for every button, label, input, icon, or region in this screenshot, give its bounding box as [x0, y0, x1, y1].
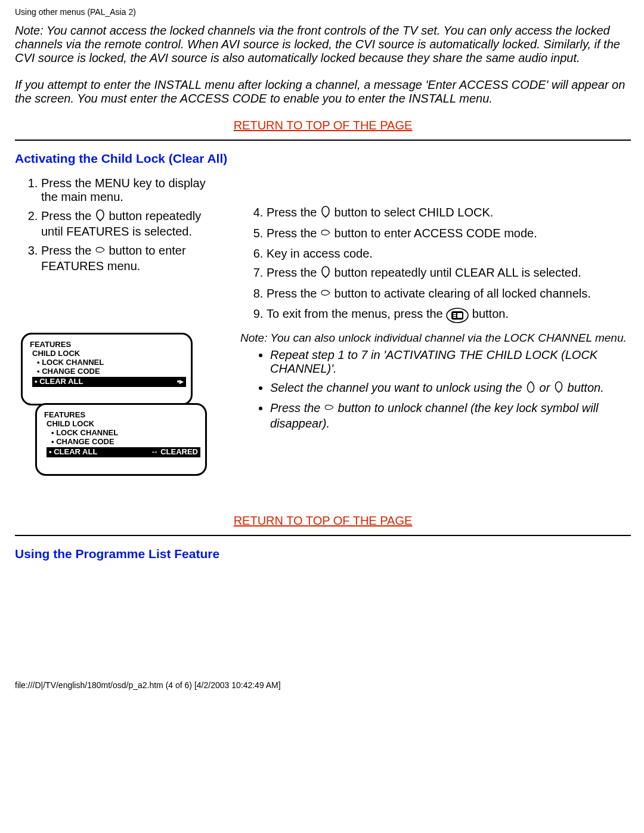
footer-path: file:///D|/TV/english/180mt/osd/p_a2.htm… — [15, 680, 631, 690]
bullet-3: Press the button to unlock channel (the … — [270, 401, 631, 430]
return-top-link-1[interactable]: RETURN TO TOP OF THE PAGE — [15, 119, 631, 132]
step-7: Press the button repeatedly until CLEAR … — [267, 265, 631, 281]
step-6: Key in access code. — [267, 247, 631, 261]
note-install-menu: If you attempt to enter the INSTALL menu… — [15, 78, 631, 106]
sub-note: Note: You can also unlock individual cha… — [240, 332, 631, 345]
step-8: Press the button to activate clearing of… — [267, 286, 631, 302]
step-5: Press the button to enter ACCESS CODE mo… — [267, 226, 631, 242]
down-arrow-icon — [553, 380, 564, 396]
right-arrow-icon — [320, 286, 331, 302]
note-locked-channels: Note: You cannot access the locked chann… — [15, 24, 631, 65]
divider — [15, 140, 631, 141]
svg-rect-3 — [453, 315, 456, 316]
osd-illustration: FEATURES CHILD LOCK • LOCK CHANNEL • CHA… — [21, 333, 200, 494]
step-4: Press the button to select CHILD LOCK. — [267, 205, 631, 221]
menu-button-icon — [446, 308, 469, 323]
up-arrow-icon — [525, 380, 536, 396]
heading-clear-all: Activating the Child Lock (Clear All) — [15, 151, 631, 166]
right-arrow-icon — [95, 243, 106, 259]
right-arrow-icon — [324, 401, 335, 416]
return-top-link-2[interactable]: RETURN TO TOP OF THE PAGE — [15, 514, 631, 528]
step-1: Press the MENU key to display the main m… — [41, 176, 222, 204]
page-header: Using other menus (PAL_Asia 2) — [15, 7, 631, 17]
svg-rect-4 — [453, 317, 456, 318]
right-arrow-icon — [320, 226, 331, 242]
svg-rect-5 — [457, 313, 462, 318]
svg-rect-2 — [453, 313, 456, 314]
bullet-1: Repeat step 1 to 7 in 'ACTIVATING THE CH… — [270, 348, 631, 376]
heading-programme-list: Using the Programme List Feature — [15, 547, 631, 561]
step-2: Press the button repeatedly until FEATUR… — [41, 209, 222, 239]
down-arrow-icon — [320, 265, 331, 281]
step-9: To exit from the menus, press the button… — [267, 307, 631, 323]
step-3: Press the button to enter FEATURES menu. — [41, 243, 222, 273]
divider — [15, 535, 631, 536]
down-arrow-icon — [320, 205, 331, 221]
bullet-2: Select the channel you want to unlock us… — [270, 380, 631, 396]
down-arrow-icon — [95, 209, 106, 225]
